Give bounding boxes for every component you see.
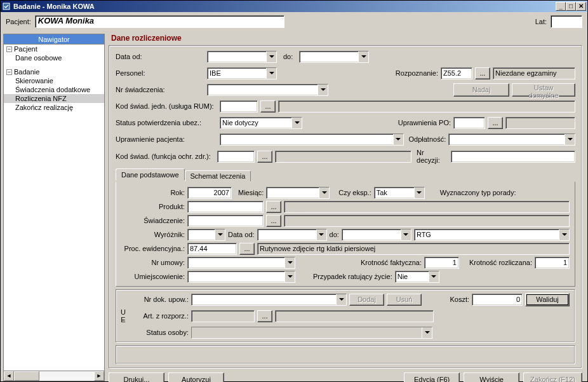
input-wyroznik[interactable] <box>187 229 225 241</box>
input-umiejsc[interactable] <box>187 271 295 283</box>
rozpoznanie-lookup-button[interactable]: ... <box>475 67 490 79</box>
drukuj-button[interactable]: Drukuj... <box>109 372 164 382</box>
input-rozpoznanie-code[interactable]: Z55.2 <box>441 67 472 79</box>
uprawnienia-po-desc <box>505 117 575 129</box>
input-odplatnosc[interactable] <box>448 133 575 146</box>
tree-item-swiadczenia-dodatkowe[interactable]: Świadczenia dodatkowe <box>4 85 104 94</box>
close-button[interactable]: ✕ <box>576 2 586 11</box>
maximize-button[interactable]: □ <box>566 2 576 11</box>
input-uprawnienia-po[interactable] <box>453 117 485 129</box>
chevron-down-icon[interactable] <box>316 229 326 240</box>
waliduj-button[interactable]: Waliduj <box>525 293 570 306</box>
input-miesiac[interactable] <box>266 187 330 199</box>
patient-age-field[interactable] <box>551 15 582 28</box>
chevron-down-icon[interactable] <box>393 134 403 145</box>
kod-swiad-jedn-lookup-button[interactable]: ... <box>260 100 276 113</box>
input-tab-do[interactable] <box>342 229 411 241</box>
label-swiadczenie: Świadczenie: <box>121 217 185 224</box>
chevron-down-icon[interactable] <box>284 271 295 282</box>
chevron-down-icon[interactable] <box>414 188 424 198</box>
input-uprawnienie-pacjenta[interactable] <box>220 133 404 146</box>
autoryzuj-button[interactable]: Autoryzuj <box>168 372 224 382</box>
chevron-down-icon[interactable] <box>266 68 276 79</box>
art-lookup-button[interactable]: ... <box>257 310 272 322</box>
navigator-header: Nawigator <box>3 34 105 44</box>
app-window: Badanie - Monika KOWA _ □ ✕ Pacjent: KOW… <box>0 0 588 382</box>
proc-ewid-lookup-button[interactable]: ... <box>239 243 255 255</box>
input-data-od[interactable] <box>207 51 277 63</box>
input-koszt[interactable]: 0 <box>472 294 523 306</box>
chevron-down-icon[interactable] <box>401 229 411 240</box>
uprawnienia-po-lookup-button[interactable]: ... <box>488 117 503 129</box>
chevron-down-icon[interactable] <box>266 51 276 62</box>
kod-swiad-funkcja-lookup-button[interactable]: ... <box>257 151 272 163</box>
chevron-down-icon[interactable] <box>291 118 302 128</box>
label-kod-swiad-funkcja: Kod świad. (funkcja ochr. zdr.): <box>116 153 215 160</box>
input-swiadczenie[interactable] <box>187 215 264 227</box>
patient-name-field[interactable]: KOWA Monika <box>35 15 284 28</box>
form-area: Data od: do: Personel: IBE Rozpoznanie: … <box>109 45 582 369</box>
chevron-down-icon[interactable] <box>215 229 225 240</box>
scroll-thumb[interactable] <box>14 371 39 381</box>
input-produkt[interactable] <box>187 201 264 213</box>
input-krot-fakt[interactable]: 1 <box>424 257 459 269</box>
label-przypadek: Przypadek ratujący życie: <box>313 273 392 280</box>
tree-item-zakoncz-realizacje[interactable]: Zakończ realizację <box>4 103 104 112</box>
tab-schemat-leczenia[interactable]: Schemat leczenia <box>185 170 251 181</box>
collapse-icon[interactable]: − <box>6 69 12 75</box>
label-tab-do: do: <box>330 231 339 238</box>
chevron-down-icon[interactable] <box>319 188 329 198</box>
input-do[interactable] <box>299 51 369 63</box>
dodaj-button: Dodaj <box>349 294 384 306</box>
chevron-down-icon[interactable] <box>317 85 328 95</box>
input-rok[interactable]: 2007 <box>187 187 232 199</box>
tree-item-skierowanie[interactable]: Skierowanie <box>4 76 104 85</box>
input-przypadek[interactable]: Nie <box>395 271 439 283</box>
kod-swiad-jedn-desc <box>278 100 575 113</box>
produkt-lookup-button[interactable]: ... <box>266 201 281 213</box>
chevron-down-icon[interactable] <box>336 294 346 305</box>
scroll-left-button[interactable]: ◄ <box>4 371 14 381</box>
label-kod-swiad-jedn: Kod świad. jedn. (usługa RUM): <box>116 102 217 110</box>
chevron-down-icon[interactable] <box>559 229 569 240</box>
chevron-down-icon[interactable] <box>358 51 368 62</box>
wyjscie-button[interactable]: Wyjście <box>464 372 519 382</box>
input-nr-decyzji[interactable] <box>451 151 575 163</box>
input-czy-eksp[interactable]: Tak <box>374 187 425 199</box>
chevron-down-icon[interactable] <box>429 271 439 282</box>
swiadczenie-lookup-button[interactable]: ... <box>266 215 281 227</box>
input-personel[interactable]: IBE <box>207 67 277 79</box>
ue-indicator: U E <box>119 292 128 339</box>
label-do: do: <box>283 53 293 60</box>
label-nr-swiadczenia: Nr świadczenia: <box>116 86 204 93</box>
input-nr-umowy[interactable] <box>187 257 295 269</box>
chevron-down-icon[interactable] <box>565 134 575 145</box>
input-kod-swiad-funkcja[interactable] <box>217 151 255 163</box>
input-status-potw[interactable]: Nie dotyczy <box>220 117 302 129</box>
input-kod-swiad-jedn[interactable] <box>220 100 258 113</box>
input-krot-rozl[interactable]: 1 <box>535 257 570 269</box>
chevron-down-icon[interactable] <box>284 257 295 268</box>
input-nr-swiadczenia[interactable] <box>207 84 328 96</box>
tree-group-badanie[interactable]: −Badanie <box>4 67 104 76</box>
collapse-icon[interactable]: − <box>6 46 12 52</box>
input-tab-data-od[interactable] <box>257 229 327 241</box>
input-nr-dok[interactable] <box>191 294 347 306</box>
input-status-osoby[interactable] <box>191 327 432 339</box>
minimize-button[interactable]: _ <box>556 2 566 11</box>
input-rtg[interactable]: RTG <box>414 229 570 241</box>
scroll-right-button[interactable]: ► <box>94 371 104 381</box>
tab-dane-podstawowe[interactable]: Dane podstawowe <box>116 168 185 181</box>
tree-group-pacjent[interactable]: −Pacjent <box>4 44 104 53</box>
edycja-button[interactable]: Edycja (F6) <box>404 372 460 382</box>
input-proc-ewid-code[interactable]: 87.44 <box>187 243 237 255</box>
label-status-osoby: Status osoby: <box>131 329 189 336</box>
tree-item-dane-osobowe[interactable]: Dane osobowe <box>4 53 104 62</box>
app-icon <box>2 2 11 11</box>
chevron-down-icon[interactable] <box>422 327 432 338</box>
label-proc-ewid: Proc. ewidencyjna.: <box>121 245 185 252</box>
navigator-tree[interactable]: −Pacjent Dane osobowe −Badanie Skierowan… <box>3 44 105 371</box>
tree-item-rozliczenia-nfz[interactable]: Rozliczenia NFZ <box>4 94 104 103</box>
nav-h-scrollbar[interactable]: ◄ ► <box>3 371 105 381</box>
label-krot-rozl: Krotność rozliczana: <box>469 259 532 266</box>
